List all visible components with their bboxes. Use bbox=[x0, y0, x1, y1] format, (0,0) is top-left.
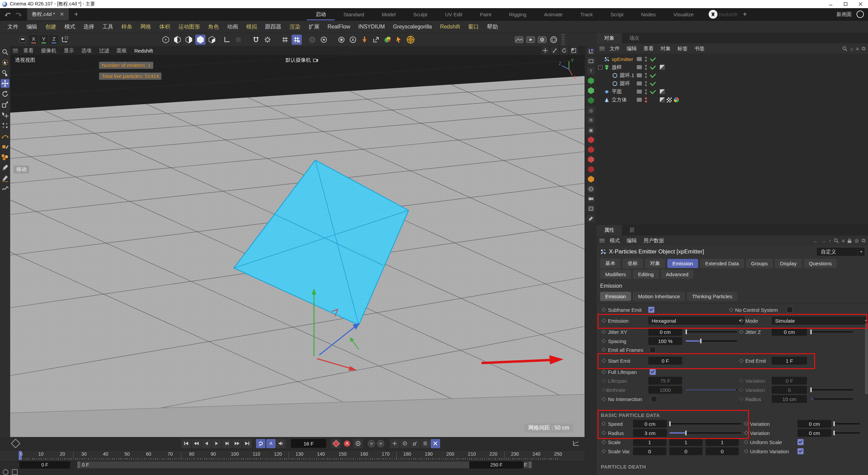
uniform-scale-checkbox[interactable] bbox=[797, 439, 804, 445]
y-axis-lock[interactable]: Y bbox=[39, 35, 48, 44]
visibility-dots-off[interactable] bbox=[645, 97, 647, 102]
layout-tab-rigging[interactable]: Rigging bbox=[500, 8, 535, 20]
redshift-volume-icon[interactable] bbox=[587, 175, 595, 183]
layout-tab-redshift[interactable]: Redshift bbox=[719, 12, 737, 17]
preset-arrow-icon[interactable] bbox=[857, 248, 865, 256]
tree-row-loft[interactable]: − 放样 bbox=[597, 63, 868, 71]
menu-spline[interactable]: 样条 bbox=[117, 23, 136, 31]
layout-tab-nodes[interactable]: Nodes bbox=[632, 8, 665, 20]
menu-extensions[interactable]: 扩展 bbox=[304, 23, 323, 31]
speed-field[interactable]: 0 cm bbox=[633, 420, 667, 428]
points-mode-icon[interactable] bbox=[172, 35, 182, 45]
no-intersection-checkbox[interactable] bbox=[651, 396, 657, 402]
key-position-icon[interactable] bbox=[390, 439, 399, 448]
radius-variation-field[interactable]: 0 cm bbox=[797, 429, 831, 437]
menu-select[interactable]: 选择 bbox=[79, 23, 98, 31]
menu-mode[interactable]: 模式 bbox=[60, 23, 79, 31]
sound-icon[interactable] bbox=[276, 439, 286, 448]
uniform-variation-checkbox[interactable] bbox=[797, 448, 804, 454]
layer-chip[interactable] bbox=[637, 65, 642, 69]
key-rotation-icon[interactable] bbox=[400, 439, 410, 448]
menu-file[interactable]: 文件 bbox=[3, 23, 22, 31]
render-view-icon[interactable] bbox=[514, 35, 524, 45]
a-badge-icon[interactable]: A bbox=[348, 35, 358, 45]
close-tab-icon[interactable]: ✕ bbox=[60, 11, 64, 17]
visibility-dots[interactable] bbox=[645, 89, 647, 94]
scale-var-z-field[interactable]: 0 bbox=[706, 447, 739, 455]
redshift-material-icon[interactable] bbox=[587, 136, 595, 144]
current-frame-field[interactable]: 16 F bbox=[291, 439, 326, 448]
prev-frame-icon[interactable] bbox=[202, 439, 211, 448]
goto-end-icon[interactable] bbox=[242, 439, 252, 448]
enabled-check-icon[interactable] bbox=[650, 55, 656, 61]
goto-start-icon[interactable] bbox=[181, 439, 191, 448]
toolbar-drag-handle[interactable] bbox=[561, 34, 565, 45]
material-tag-icon[interactable] bbox=[673, 97, 679, 103]
jitter-xy-slider[interactable] bbox=[686, 331, 737, 332]
attr-menu-edit[interactable]: 编辑 bbox=[624, 238, 640, 244]
layer-chip[interactable] bbox=[637, 90, 642, 94]
gear-target-icon[interactable] bbox=[319, 35, 329, 45]
zoom-view-icon[interactable] bbox=[551, 46, 559, 55]
interactive-render-icon[interactable] bbox=[549, 35, 559, 45]
transform-tool-icon[interactable] bbox=[1, 111, 9, 119]
render-icon[interactable] bbox=[526, 35, 536, 45]
attr-burger-icon[interactable] bbox=[599, 239, 605, 243]
scale-z-field[interactable]: 1 bbox=[706, 438, 739, 446]
tab-extended-data[interactable]: Extended Data bbox=[700, 259, 744, 268]
mode-dropdown[interactable]: Simulate bbox=[772, 317, 868, 325]
menu-animate[interactable]: 动画 bbox=[223, 23, 242, 31]
visibility-dots[interactable] bbox=[645, 57, 647, 62]
layer-chip[interactable] bbox=[637, 57, 642, 61]
menu-volume[interactable]: 体积 bbox=[155, 23, 174, 31]
menu-tracker[interactable]: 跟踪器 bbox=[261, 23, 285, 31]
autokey-icon[interactable]: A bbox=[344, 440, 350, 447]
end-emit-field[interactable]: 1 F bbox=[772, 357, 807, 365]
compositing-tag-icon[interactable] bbox=[667, 97, 672, 102]
plane-icon[interactable] bbox=[587, 57, 595, 65]
key-filter-off-icon[interactable] bbox=[431, 439, 440, 448]
move-tool-icon[interactable] bbox=[1, 79, 9, 88]
redshift-env-icon[interactable] bbox=[587, 156, 595, 163]
om-menu-tags[interactable]: 标签 bbox=[674, 45, 691, 52]
next-frame-icon[interactable] bbox=[222, 439, 232, 448]
scale-var-x-field[interactable]: 0 bbox=[633, 447, 666, 455]
xp-emitter-icon[interactable] bbox=[587, 77, 595, 84]
subtab-emission[interactable]: Emission bbox=[600, 292, 631, 301]
xp-arrow-icon[interactable] bbox=[359, 35, 370, 45]
om-menu-edit[interactable]: 编辑 bbox=[624, 45, 640, 52]
enabled-check-icon[interactable] bbox=[650, 72, 656, 78]
lens-icon[interactable]: ◎ bbox=[587, 107, 595, 114]
subtab-motion-inheritance[interactable]: Motion Inheritance bbox=[633, 292, 685, 301]
primitive-cubes-icon[interactable] bbox=[1, 153, 9, 162]
no-control-system-checkbox[interactable] bbox=[787, 307, 793, 313]
xp-system-icon[interactable] bbox=[587, 87, 595, 94]
quantize-gear-icon[interactable] bbox=[262, 35, 273, 45]
layout-tab-model[interactable]: Model bbox=[373, 8, 405, 20]
range-handle-right[interactable] bbox=[529, 461, 532, 468]
enabled-check-icon[interactable] bbox=[650, 63, 656, 70]
text-tool-icon[interactable]: T bbox=[587, 67, 595, 75]
record-keyframe-icon[interactable] bbox=[331, 439, 341, 448]
snap-tool-icon[interactable] bbox=[1, 121, 9, 130]
clone-icon[interactable]: ⧉ bbox=[587, 116, 595, 124]
camera-label[interactable]: 默认摄像机 bbox=[285, 57, 318, 63]
pan-view-icon[interactable] bbox=[541, 46, 549, 55]
speed-variation-slider[interactable] bbox=[833, 423, 860, 424]
layout-tab-script[interactable]: Script bbox=[601, 8, 632, 20]
undo-icon[interactable] bbox=[4, 11, 12, 17]
menu-render[interactable]: 渲染 bbox=[285, 23, 304, 31]
vp-menu-panel[interactable]: 面板 bbox=[113, 48, 130, 54]
account-icon[interactable] bbox=[856, 11, 864, 18]
xp-modifier-icon[interactable] bbox=[587, 97, 595, 104]
menu-window[interactable]: 窗口 bbox=[464, 23, 483, 31]
menu-create[interactable]: 创建 bbox=[41, 23, 60, 31]
tab-display[interactable]: Display bbox=[775, 259, 802, 268]
pen-line-icon[interactable] bbox=[1, 174, 9, 183]
rectangle-spline-icon[interactable] bbox=[1, 142, 9, 151]
tab-coord[interactable]: 坐标 bbox=[623, 259, 643, 268]
document-tab[interactable]: 教程.c4d * ✕ bbox=[27, 8, 69, 20]
scale-x-field[interactable]: 1 bbox=[633, 438, 666, 446]
search-icon[interactable] bbox=[1, 48, 9, 56]
tab-objects[interactable]: 对象 bbox=[597, 33, 622, 43]
